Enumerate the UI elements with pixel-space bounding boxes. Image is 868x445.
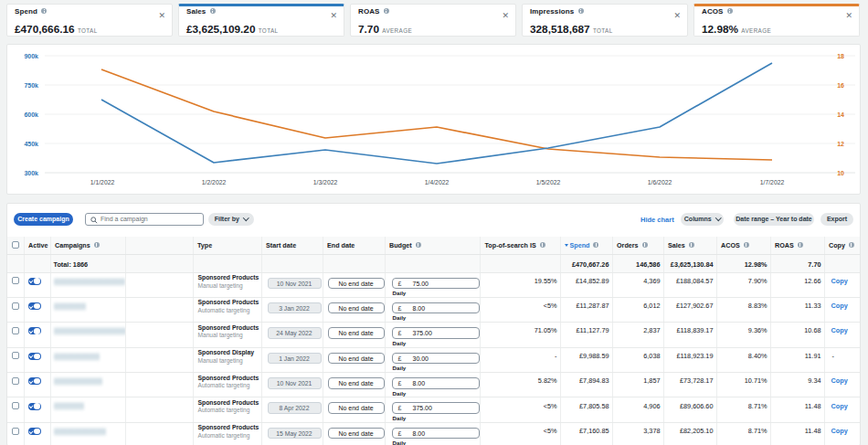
svg-text:10: 10 <box>837 170 844 176</box>
svg-text:1/7/2022: 1/7/2022 <box>760 179 785 185</box>
svg-text:1/4/2022: 1/4/2022 <box>425 179 450 185</box>
svg-text:1/1/2022: 1/1/2022 <box>90 179 115 185</box>
svg-text:300k: 300k <box>24 170 38 176</box>
svg-text:900k: 900k <box>24 53 38 59</box>
svg-text:750k: 750k <box>24 82 38 89</box>
svg-text:1/5/2022: 1/5/2022 <box>536 179 561 185</box>
svg-text:12: 12 <box>837 141 844 147</box>
svg-text:18: 18 <box>837 53 844 59</box>
svg-text:14: 14 <box>837 111 844 118</box>
svg-text:1/3/2022: 1/3/2022 <box>313 179 338 185</box>
svg-text:1/6/2022: 1/6/2022 <box>648 179 672 185</box>
svg-text:450k: 450k <box>24 141 38 147</box>
svg-text:600k: 600k <box>24 111 38 118</box>
svg-text:1/2/2022: 1/2/2022 <box>202 179 227 185</box>
svg-text:16: 16 <box>837 82 844 89</box>
